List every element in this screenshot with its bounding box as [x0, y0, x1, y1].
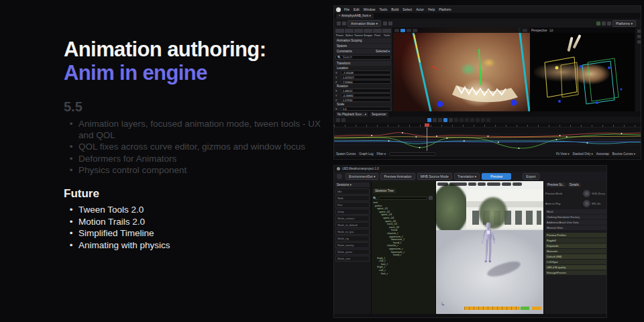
preview-button[interactable]: Preview [482, 173, 511, 180]
panel-icon[interactable] [637, 40, 641, 44]
unreal-logo-icon[interactable] [336, 7, 341, 12]
profile-row[interactable]: Keywords [545, 244, 606, 248]
filter-curves-icon[interactable] [486, 118, 490, 122]
menu-item[interactable]: Actor [416, 7, 424, 11]
profile-row[interactable]: Materials [545, 249, 606, 254]
viewport-dragon-closeup[interactable] [393, 28, 530, 111]
playhead[interactable] [427, 127, 427, 152]
timeline-scrub-bar[interactable] [464, 307, 541, 310]
source-mode-button[interactable]: MHB Source Mode [417, 173, 452, 180]
profile-row[interactable]: LODSync [545, 260, 606, 264]
curve-footer-button[interactable]: Stacked Only ▾ [572, 152, 592, 156]
anim-tool-button[interactable]: Poses [335, 29, 344, 37]
session-item[interactable]: Jump [335, 209, 370, 215]
anim-tool-button[interactable]: Snapper [364, 29, 372, 37]
rotation-x-field[interactable]: 1.48222 [341, 89, 391, 93]
preview-animation-button[interactable]: Preview Animation [380, 173, 415, 180]
ease-icon[interactable] [481, 118, 485, 122]
session-item[interactable]: Skele_m_lyra [335, 229, 370, 235]
anim-tool-button[interactable]: Trails [382, 29, 391, 37]
curve-footer-button[interactable]: Autosnap [596, 152, 609, 156]
section-constraints[interactable]: Constraints Selected ▾ [335, 49, 391, 54]
play-icon[interactable] [383, 21, 387, 25]
section-animation-scoping[interactable]: Animation Scoping [335, 38, 391, 43]
rotate-mode-icon[interactable] [413, 29, 417, 32]
timeline-range-green[interactable] [521, 307, 529, 310]
preview-scene-tab[interactable]: Preview Sc.. [545, 182, 566, 187]
perspective-dropdown[interactable] [449, 182, 467, 186]
transform-header[interactable]: Transform [335, 61, 391, 66]
details-tab[interactable]: Details [568, 182, 581, 187]
tangent-user-icon[interactable] [460, 118, 464, 122]
scale-x-field[interactable]: 1.0 [341, 107, 391, 111]
level-tab[interactable]: * AnimphysAAB_front ▾ [336, 13, 374, 19]
curve-view-icon[interactable] [427, 118, 431, 122]
panel-icon[interactable] [637, 35, 641, 38]
select-mode-icon[interactable] [400, 29, 405, 32]
profile-row[interactable]: RetargetPresets [545, 270, 606, 275]
curve-footer-button[interactable]: Graph Log [359, 152, 373, 156]
lod-dropdown[interactable] [502, 182, 511, 186]
pause-icon[interactable] [602, 21, 606, 25]
anim-thumbnail[interactable] [583, 200, 590, 207]
timeline-range-orange[interactable] [464, 307, 520, 310]
location-y-field[interactable]: 1.419527 [341, 75, 391, 79]
location-z-field[interactable]: 7.59664 [341, 80, 391, 84]
key-select-icon[interactable] [443, 118, 447, 122]
zoom-icon[interactable] [438, 118, 442, 122]
pan-icon[interactable] [433, 118, 437, 122]
anim-tool-button[interactable]: Tweens [354, 29, 363, 37]
skeleton-tree-tab[interactable]: Skeleton Tree [373, 189, 396, 193]
viewport-dragon-far[interactable]: Perspective Lit [530, 28, 635, 111]
rotation-z-field[interactable]: 2.27932 [341, 98, 391, 102]
playback-dropdown[interactable] [513, 182, 522, 186]
session-item[interactable]: Skele_root [335, 256, 370, 262]
tree-search-input[interactable] [378, 197, 427, 200]
panel-icon[interactable] [637, 30, 641, 33]
menu-item[interactable]: Edit [354, 7, 360, 11]
curve-footer-button[interactable]: Filter ▾ [377, 152, 386, 156]
profile-row[interactable]: Default (SM) [545, 254, 606, 259]
session-item[interactable]: Walk [335, 195, 370, 201]
session-item[interactable]: Skele_contact [335, 215, 370, 221]
export-button[interactable]: Export [523, 173, 539, 180]
frame-icon[interactable] [341, 118, 345, 122]
gear-icon[interactable] [429, 196, 433, 200]
viewport-character[interactable]: ↳ [436, 181, 543, 314]
session-item[interactable]: Skele_m_default [335, 222, 370, 228]
menu-item[interactable]: Platform [439, 7, 451, 11]
bone-tree-item[interactable]: foot_r [373, 272, 434, 276]
menu-item[interactable]: Select [402, 7, 412, 11]
curve-footer-button[interactable]: Bounce Curves ▾ [612, 152, 635, 156]
tangent-break-icon[interactable] [465, 118, 469, 122]
asset-icon[interactable] [337, 174, 342, 179]
curve-search-input[interactable] [389, 152, 436, 156]
move-mode-icon[interactable] [407, 29, 411, 32]
location-x-field[interactable]: -7.05148 [341, 70, 391, 74]
play-level-icon[interactable] [596, 21, 600, 25]
save-keys-icon[interactable] [336, 118, 340, 122]
rotation-y-field[interactable]: -0.30682 [341, 93, 391, 97]
viewport-options-icon[interactable] [437, 182, 448, 186]
tangent-constant-icon[interactable] [476, 118, 480, 122]
curve-footer-button[interactable]: Fit View ▾ [556, 152, 569, 156]
skip-icon[interactable] [388, 21, 392, 25]
environment-dropdown[interactable]: EnvironmentSet ▾ [345, 173, 378, 180]
tangent-auto-icon[interactable] [454, 118, 458, 122]
detail-section-row[interactable]: Material Slots [545, 225, 606, 230]
mode-dropdown[interactable]: Animation Mode ▾ [347, 20, 381, 27]
section-spaces[interactable]: Spaces [335, 44, 391, 48]
property-value[interactable]: SKM_Manny [592, 193, 606, 195]
stop-icon[interactable] [607, 21, 611, 25]
tangent-linear-icon[interactable] [470, 118, 474, 122]
viewport-options-icon[interactable] [394, 29, 399, 32]
menu-item[interactable]: Help [428, 7, 435, 11]
snap-icon[interactable] [449, 118, 453, 122]
platforms-dropdown[interactable]: Platforms ▾ [612, 20, 636, 27]
profile-row[interactable]: UE5.4 M quality [545, 265, 606, 270]
save-icon[interactable] [337, 21, 341, 25]
character-dropdown[interactable] [487, 182, 500, 186]
constraints-value[interactable]: Selected ▾ [376, 50, 390, 53]
menu-item[interactable]: Window [364, 7, 376, 11]
sessions-header[interactable]: Sessions ▾ [335, 182, 370, 187]
